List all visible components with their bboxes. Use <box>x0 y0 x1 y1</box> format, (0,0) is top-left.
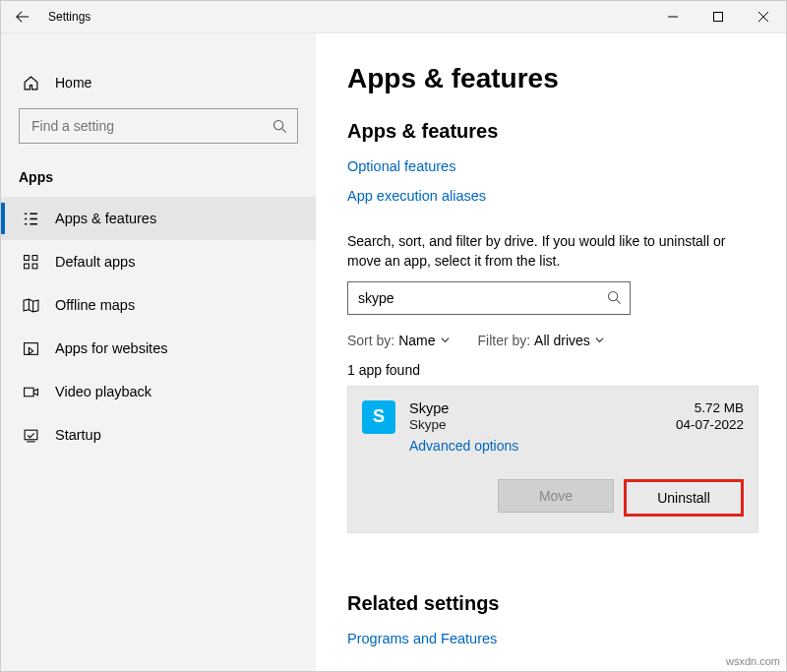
app-search-input[interactable] <box>356 289 607 307</box>
programs-and-features-link[interactable]: Programs and Features <box>347 631 497 646</box>
sidebar-item-default-apps[interactable]: Default apps <box>1 240 316 283</box>
nav-label: Startup <box>55 427 101 443</box>
sidebar-item-apps-for-websites[interactable]: Apps for websites <box>1 327 316 370</box>
home-nav[interactable]: Home <box>1 63 316 102</box>
nav-label: Offline maps <box>55 297 135 313</box>
nav-label: Apps for websites <box>55 340 167 356</box>
related-title: Related settings <box>347 592 758 615</box>
home-label: Home <box>55 75 91 91</box>
section-description: Search, sort, and filter by drive. If yo… <box>347 231 758 272</box>
home-icon <box>23 75 39 92</box>
skype-icon: S <box>362 400 395 434</box>
chevron-down-icon <box>440 335 451 345</box>
nav-label: Default apps <box>55 254 135 270</box>
apps-features-icon <box>23 211 39 227</box>
offline-maps-icon <box>23 297 39 314</box>
minimize-icon <box>668 12 678 22</box>
app-search-box[interactable] <box>347 281 631 315</box>
svg-point-9 <box>608 292 617 301</box>
related-settings: Related settings Programs and Features <box>347 592 758 660</box>
minimize-button[interactable] <box>650 1 696 32</box>
move-button: Move <box>498 479 614 513</box>
app-list-item[interactable]: S Skype Skype Advanced options 5.72 MB 0… <box>347 386 758 533</box>
sidebar-item-apps-features[interactable]: Apps & features <box>1 197 316 240</box>
search-icon <box>607 290 622 305</box>
nav-label: Apps & features <box>55 211 156 226</box>
maximize-icon <box>713 12 723 22</box>
filter-value: All drives <box>534 333 590 348</box>
default-apps-icon <box>23 254 39 271</box>
sidebar-section-label: Apps <box>1 159 316 197</box>
back-button[interactable] <box>1 1 44 32</box>
watermark: wsxdn.com <box>726 655 780 667</box>
startup-icon <box>23 427 39 444</box>
result-count: 1 app found <box>347 362 758 378</box>
nav-label: Video playback <box>55 384 151 399</box>
arrow-left-icon <box>16 10 30 24</box>
content-pane[interactable]: Apps & features Apps & features Optional… <box>316 33 786 671</box>
optional-features-link[interactable]: Optional features <box>347 158 455 174</box>
app-name: Skype <box>409 400 662 416</box>
uninstall-button[interactable]: Uninstall <box>624 479 744 517</box>
close-icon <box>758 12 768 22</box>
sidebar: Home Apps Apps & features Default apps O… <box>1 33 316 671</box>
titlebar: Settings <box>1 1 786 33</box>
filter-by[interactable]: Filter by: All drives <box>478 333 605 348</box>
sidebar-item-video-playback[interactable]: Video playback <box>1 370 316 413</box>
window-body: Home Apps Apps & features Default apps O… <box>1 33 786 671</box>
close-button[interactable] <box>741 1 786 32</box>
advanced-options-link[interactable]: Advanced options <box>409 438 662 454</box>
settings-window: Settings Home Apps Apps & fea <box>0 0 787 672</box>
app-execution-aliases-link[interactable]: App execution aliases <box>347 188 486 204</box>
app-publisher: Skype <box>409 417 662 432</box>
page-title: Apps & features <box>347 63 758 94</box>
filter-row: Sort by: Name Filter by: All drives <box>347 333 758 348</box>
sidebar-item-offline-maps[interactable]: Offline maps <box>1 283 316 327</box>
svg-rect-2 <box>25 255 30 260</box>
search-icon <box>272 119 287 134</box>
svg-rect-3 <box>25 264 30 269</box>
sidebar-search-input[interactable] <box>30 117 272 135</box>
chevron-down-icon <box>594 335 605 345</box>
svg-point-1 <box>273 120 282 129</box>
maximize-button[interactable] <box>696 1 741 32</box>
window-title: Settings <box>44 10 91 24</box>
apps-for-websites-icon <box>23 340 39 357</box>
section-title: Apps & features <box>347 120 758 143</box>
sort-label: Sort by: <box>347 333 394 348</box>
svg-rect-0 <box>714 13 723 22</box>
filter-label: Filter by: <box>478 333 531 348</box>
svg-rect-4 <box>32 255 37 260</box>
svg-rect-7 <box>25 388 34 397</box>
app-size: 5.72 MB <box>676 400 744 415</box>
video-playback-icon <box>23 384 39 400</box>
svg-rect-8 <box>25 430 37 440</box>
sort-by[interactable]: Sort by: Name <box>347 333 451 348</box>
app-date: 04-07-2022 <box>676 417 744 432</box>
sort-value: Name <box>398 333 435 348</box>
svg-rect-5 <box>32 264 37 269</box>
sidebar-search[interactable] <box>19 108 298 144</box>
sidebar-item-startup[interactable]: Startup <box>1 413 316 457</box>
